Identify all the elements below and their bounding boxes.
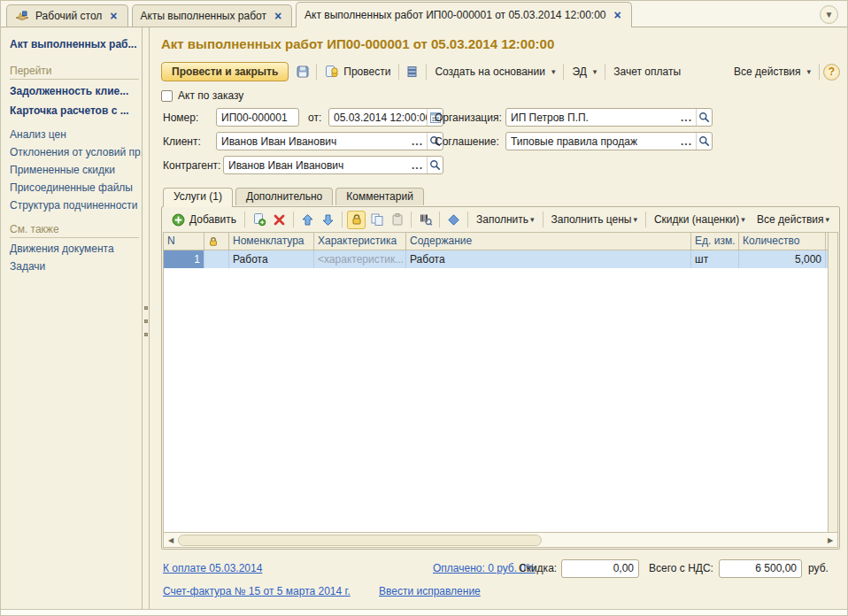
desktop-icon	[15, 10, 29, 23]
lookup-dots-button[interactable]: ...	[408, 135, 427, 148]
cell-content[interactable]: Работа	[406, 250, 691, 268]
tab-additional[interactable]: Дополнительно	[235, 188, 333, 205]
save-button[interactable]	[293, 62, 312, 81]
cell-lock[interactable]	[204, 250, 229, 268]
invoice-link[interactable]: Счет-фактура № 15 от 5 марта 2014 г.	[163, 582, 351, 601]
arrow-up-icon	[301, 213, 314, 227]
search-icon[interactable]	[696, 133, 712, 150]
copy-row-button[interactable]	[367, 211, 386, 229]
tab-acts-list[interactable]: Акты выполненных работ ×	[132, 4, 293, 27]
add-row-button[interactable]: Добавить	[167, 212, 241, 228]
ed-button[interactable]: ЭД ▾	[567, 64, 601, 80]
scrollbar-thumb[interactable]	[178, 535, 542, 546]
close-icon[interactable]: ×	[108, 11, 119, 21]
search-icon[interactable]	[427, 157, 443, 173]
tab-comment[interactable]: Комментарий	[335, 188, 424, 205]
lookup-dots-button[interactable]: ...	[408, 159, 427, 172]
discount-field[interactable]: 0,00	[561, 559, 639, 578]
lookup-dots-button[interactable]: ...	[677, 112, 696, 124]
document-movements-button[interactable]	[403, 62, 422, 81]
table-row[interactable]: 1 Работа <характеристик... Работа шт 5,0…	[164, 250, 828, 268]
move-up-button[interactable]	[298, 211, 317, 229]
cell-quantity[interactable]: 5,000	[739, 250, 826, 268]
scroll-right-icon[interactable]: ▶	[823, 533, 837, 547]
tab-desktop[interactable]: Рабочий стол ×	[6, 4, 128, 27]
sidebar-section-see-also: См. также	[10, 223, 139, 238]
act-by-order-checkbox[interactable]	[161, 90, 173, 102]
lookup-dots-button[interactable]: ...	[677, 135, 696, 148]
column-header-content[interactable]: Содержание	[406, 233, 691, 250]
payment-offset-button[interactable]: Зачет оплаты	[609, 64, 685, 80]
lock-toggle-button[interactable]	[347, 211, 366, 229]
chevron-down-icon: ▾	[551, 67, 556, 76]
cell-characteristic[interactable]: <характеристик...	[314, 250, 406, 268]
scroll-left-icon[interactable]: ◀	[164, 533, 178, 547]
sidebar-item-price-analysis[interactable]: Анализ цен	[10, 126, 138, 143]
post-button[interactable]: Провести	[320, 63, 395, 81]
paste-row-button[interactable]	[388, 211, 406, 229]
help-button[interactable]: ?	[823, 64, 840, 81]
cell-unit[interactable]: шт	[691, 250, 739, 268]
page-title: Акт выполненных работ ИП00-000001 от 05.…	[161, 36, 840, 51]
reorder-button[interactable]	[444, 211, 463, 229]
column-header-quantity[interactable]: Количество	[739, 233, 826, 250]
number-field[interactable]: ИП00-000001	[216, 108, 299, 127]
chevron-down-icon: ▾	[530, 215, 535, 224]
grid-body[interactable]: 1 Работа <характеристик... Работа шт 5,0…	[164, 250, 828, 532]
tab-services[interactable]: Услуги (1)	[163, 188, 233, 207]
barcode-search-button[interactable]	[416, 211, 435, 229]
sidebar-item-document-movements[interactable]: Движения документа	[10, 240, 138, 258]
chevron-down-icon: ▾	[593, 67, 597, 76]
post-and-close-button[interactable]: Провести и закрыть	[161, 62, 289, 81]
organization-field[interactable]: ИП Петров П.П. ...	[505, 108, 713, 127]
agreement-field[interactable]: Типовые правила продаж ...	[505, 132, 713, 150]
column-header-characteristic[interactable]: Характеристика	[314, 233, 406, 250]
create-based-on-button[interactable]: Создать на основании ▾	[430, 64, 559, 80]
fill-button[interactable]: Заполнить ▾	[472, 213, 538, 226]
close-icon[interactable]: ×	[273, 11, 283, 21]
all-actions-button[interactable]: Все действия ▾	[729, 64, 815, 80]
vertical-scrollbar[interactable]	[828, 233, 837, 532]
question-icon: ?	[829, 65, 835, 78]
column-header-unit[interactable]: Ед. изм.	[691, 233, 739, 250]
sidebar-splitter[interactable]	[143, 27, 150, 609]
counterparty-field[interactable]: Иванов Иван Иванович ...	[223, 156, 443, 174]
services-grid: N Номенклатура	[163, 232, 838, 548]
sidebar-item-applied-discounts[interactable]: Примененные скидки	[10, 161, 138, 179]
date-field[interactable]: 05.03.2014 12:00:00	[328, 108, 443, 127]
sidebar-item-subordination[interactable]: Структура подчиненности	[10, 196, 138, 214]
correction-link[interactable]: Ввести исправление	[379, 582, 481, 601]
column-header-nomenclature[interactable]: Номенклатура	[229, 233, 314, 250]
tab-act-document[interactable]: Акт выполненных работ ИП00-000001 от 05.…	[296, 2, 632, 27]
date-label: от:	[308, 108, 321, 127]
sidebar-item-deviations[interactable]: Отклонения от условий пр...	[10, 143, 138, 161]
pay-date-link[interactable]: К оплате 05.03.2014	[163, 559, 262, 578]
move-down-button[interactable]	[319, 211, 337, 229]
discounts-button[interactable]: Скидки (наценки) ▾	[650, 213, 750, 226]
cell-nomenclature[interactable]: Работа	[229, 250, 314, 268]
close-icon[interactable]: ×	[613, 10, 623, 20]
sidebar-item-debt[interactable]: Задолженность клие...	[10, 81, 138, 101]
add-by-copy-button[interactable]	[250, 211, 268, 229]
sidebar-item-tasks[interactable]: Задачи	[10, 258, 138, 275]
copy-document-add-icon	[252, 212, 266, 227]
tab-overflow-button[interactable]: ▼	[820, 5, 838, 24]
total-field[interactable]: 6 500,00	[719, 559, 802, 578]
column-header-lock[interactable]	[204, 233, 229, 250]
sidebar-item-attached-files[interactable]: Присоединенные файлы	[10, 179, 138, 196]
fill-prices-button[interactable]: Заполнить цены ▾	[547, 213, 642, 226]
column-header-n[interactable]: N	[164, 233, 204, 250]
search-icon[interactable]	[696, 109, 712, 126]
counterparty-label: Контрагент:	[163, 156, 220, 175]
organization-label: Организация:	[435, 108, 502, 127]
cell-row-number[interactable]: 1	[164, 250, 204, 268]
client-field[interactable]: Иванов Иван Иванович ...	[216, 132, 443, 150]
grid-all-actions-button[interactable]: Все действия ▾	[752, 213, 834, 226]
currency-label: руб.	[808, 559, 829, 578]
grid-command-bar: Добавить	[162, 207, 839, 232]
movements-stack-icon	[405, 65, 420, 79]
chevron-down-icon: ▼	[825, 10, 834, 19]
delete-row-button[interactable]	[270, 211, 289, 229]
horizontal-scrollbar[interactable]: ◀ ▶	[164, 532, 837, 547]
sidebar-item-settlement-card[interactable]: Карточка расчетов с ...	[10, 101, 138, 120]
